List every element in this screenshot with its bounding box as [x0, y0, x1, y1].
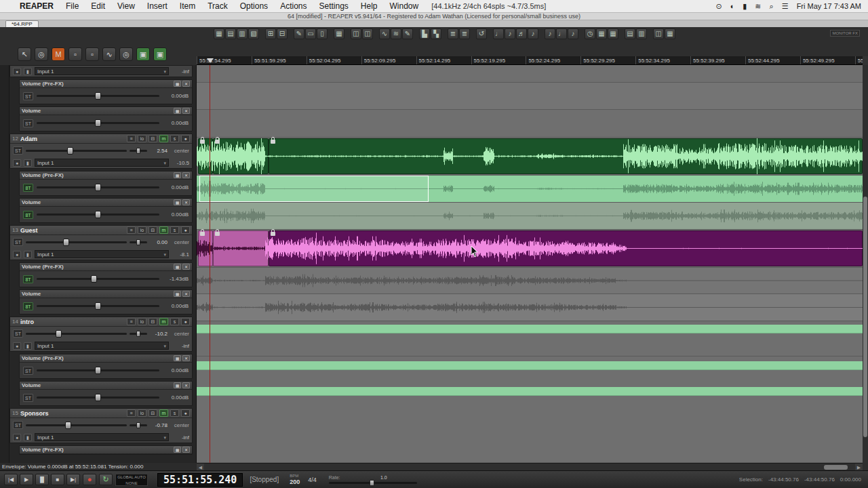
- envelope-mod-button[interactable]: ▦: [174, 199, 181, 205]
- envelope-mod-button[interactable]: ▦: [174, 382, 181, 388]
- volume-fader[interactable]: [26, 333, 127, 335]
- toolbar-icon[interactable]: ▭: [305, 28, 316, 39]
- toolbar-icon[interactable]: ▥: [237, 28, 248, 39]
- envelope-close-button[interactable]: ✕: [182, 382, 190, 388]
- track-button[interactable]: m: [159, 318, 168, 325]
- pan-slider[interactable]: [130, 424, 147, 426]
- battery-icon[interactable]: ▮: [743, 2, 747, 11]
- pointer-tool-icon[interactable]: ↖: [18, 47, 31, 61]
- track-name[interactable]: Guest: [20, 227, 125, 234]
- envelope-fader[interactable]: [37, 278, 159, 280]
- envelope-close-button[interactable]: ✕: [182, 291, 190, 297]
- arrange-lane[interactable]: [197, 203, 863, 230]
- arrange-lane[interactable]: [197, 138, 863, 176]
- waveform-tool-icon[interactable]: ∿: [102, 47, 116, 61]
- track-name[interactable]: intro: [20, 319, 125, 325]
- menu-insert[interactable]: Insert: [141, 1, 174, 11]
- vertical-scrollbar[interactable]: [863, 65, 868, 463]
- track-badge[interactable]: ST: [13, 421, 23, 429]
- arrange-view[interactable]: [197, 65, 863, 463]
- track-button[interactable]: ⊟: [149, 318, 157, 325]
- pan-slider[interactable]: [130, 241, 147, 243]
- envelope-arm-badge[interactable]: 8T: [23, 275, 33, 283]
- track-button[interactable]: ●: [181, 318, 190, 325]
- toolbar-icon[interactable]: ♪: [568, 28, 578, 39]
- track-button[interactable]: io: [138, 318, 146, 325]
- track-button[interactable]: m: [159, 409, 168, 417]
- volume-fader[interactable]: [26, 150, 127, 152]
- toolbar-icon[interactable]: ▤: [225, 28, 236, 39]
- toolbar-icon[interactable]: ▯: [317, 28, 328, 39]
- toolbar-icon[interactable]: ▦: [665, 28, 675, 39]
- envelope-close-button[interactable]: ✕: [182, 81, 190, 87]
- monitor-button[interactable]: ▮: [24, 342, 32, 350]
- envelope-close-button[interactable]: ✕: [182, 447, 190, 453]
- pause-button[interactable]: ▐▌: [35, 474, 49, 485]
- arrange-lane[interactable]: [197, 176, 863, 203]
- envelope-mod-button[interactable]: ▦: [174, 172, 181, 178]
- toolbar-icon[interactable]: ⊟: [277, 28, 288, 39]
- arrange-lane[interactable]: [197, 294, 863, 321]
- track-button[interactable]: ≡: [127, 226, 136, 234]
- track-button[interactable]: io: [138, 226, 146, 234]
- input-selector[interactable]: Input 1▾: [35, 433, 169, 441]
- track-button[interactable]: ⊟: [149, 226, 157, 234]
- green-toggle-2[interactable]: ▣: [153, 47, 167, 61]
- envelope-mod-button[interactable]: ▦: [174, 264, 181, 270]
- horizontal-scrollbar-thumb[interactable]: [824, 465, 848, 470]
- wifi-icon[interactable]: ≋: [755, 2, 761, 11]
- toolbar-icon[interactable]: ♩: [556, 28, 567, 39]
- toolbar-icon[interactable]: ♪: [545, 28, 555, 39]
- toolbar-icon[interactable]: ∿: [379, 28, 390, 39]
- input-selector[interactable]: Input 1▾: [35, 67, 169, 75]
- envelope-arm-badge[interactable]: ST: [23, 92, 33, 100]
- toolbar-icon[interactable]: ◫: [351, 28, 361, 39]
- envelope-fader[interactable]: [37, 369, 159, 371]
- monitor-button[interactable]: ▮: [24, 159, 32, 167]
- loop-mode-icon[interactable]: ◎: [119, 47, 133, 61]
- envelope-close-button[interactable]: ✕: [182, 108, 190, 114]
- repeat-button[interactable]: ↻: [99, 474, 113, 485]
- project-tab[interactable]: *64.RPP: [5, 20, 39, 27]
- envelope-close-button[interactable]: ✕: [182, 264, 190, 270]
- track-button[interactable]: m: [159, 135, 168, 142]
- track-badge[interactable]: ST: [13, 146, 23, 155]
- horizontal-scrollbar[interactable]: ◀ ▶: [197, 463, 863, 470]
- envelope-arm-badge[interactable]: 8T: [23, 184, 33, 192]
- pan-slider[interactable]: [130, 150, 147, 152]
- toolbar-icon[interactable]: ♪: [505, 28, 515, 39]
- global-automation-button[interactable]: GLOBAL AUTO NONE: [115, 474, 148, 486]
- menu-settings[interactable]: Settings: [313, 1, 354, 11]
- toolbar-icon[interactable]: ▧: [248, 28, 259, 39]
- arrange-lane[interactable]: [197, 357, 863, 463]
- arrange-lane[interactable]: [197, 110, 863, 138]
- menu-actions[interactable]: Actions: [274, 1, 313, 11]
- envelope-arm-badge[interactable]: 8T: [23, 211, 33, 219]
- selection-start[interactable]: -43:44:50.76: [768, 476, 799, 483]
- track-button[interactable]: ≡: [127, 135, 136, 142]
- envelope-lane-strip[interactable]: [197, 325, 863, 333]
- selection-end[interactable]: -43:44:50.76: [804, 476, 835, 483]
- transport-time-display[interactable]: 55:51:55.240: [157, 473, 243, 487]
- menu-view[interactable]: View: [111, 1, 141, 11]
- track-button[interactable]: s: [170, 318, 179, 325]
- green-toggle-1[interactable]: ▣: [136, 47, 150, 61]
- envelope-mod-button[interactable]: ▦: [174, 81, 181, 87]
- envelope-mod-button[interactable]: ▦: [174, 291, 181, 297]
- track-button[interactable]: ●: [181, 226, 190, 234]
- track-button[interactable]: io: [138, 135, 146, 142]
- play-button[interactable]: ▶: [20, 474, 33, 485]
- rate-slider[interactable]: [329, 482, 417, 484]
- menu-help[interactable]: Help: [355, 1, 384, 11]
- menu-item[interactable]: Item: [174, 1, 201, 11]
- track-button[interactable]: s: [170, 226, 179, 234]
- toolbar-icon[interactable]: ▥: [636, 28, 647, 39]
- menu-track[interactable]: Track: [201, 1, 234, 11]
- record-arm-button[interactable]: ●: [13, 68, 21, 75]
- envelope-mod-button[interactable]: ▦: [174, 108, 181, 114]
- monitor-button[interactable]: ▮: [24, 434, 32, 441]
- toggle-b[interactable]: ▫: [85, 47, 99, 61]
- menu-window[interactable]: Window: [384, 1, 425, 11]
- go-to-end-button[interactable]: ▶|: [66, 474, 80, 485]
- toolbar-icon[interactable]: ▦: [214, 28, 224, 39]
